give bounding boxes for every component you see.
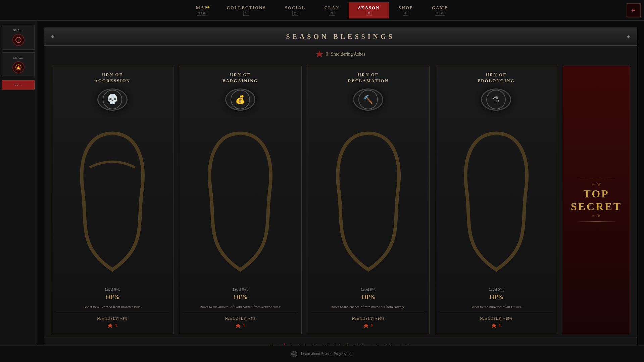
card-bargaining-title: URN OF BARGAINING [222, 72, 258, 84]
panel-header: ◆ SEASON BLESSINGS ◆ [44, 28, 637, 46]
clan-label: CLAN [325, 5, 340, 10]
season-label: SEASON [358, 5, 380, 10]
card-bargaining-level: Level 0/4: [233, 287, 248, 291]
map-label: MAP [196, 5, 208, 10]
blessing-cards-container: URN OF AGGRESSION 💀 Level 0/4: [44, 63, 637, 338]
svg-text:⚔: ⚔ [17, 38, 20, 42]
card-prolonging-level: Level 0/4: [489, 287, 504, 291]
card-prolonging-bonus: +0% [489, 293, 504, 301]
bargaining-vase-graphic [183, 116, 297, 287]
card-aggression-title: URN OF AGGRESSION [94, 72, 130, 84]
help-circle-button[interactable]: ? [291, 351, 297, 357]
card-reclamation-bonus: +0% [360, 293, 376, 301]
nav-game[interactable]: GAME ESC [423, 2, 457, 18]
season-key: U [366, 11, 372, 16]
header-diamond-right: ◆ [627, 34, 630, 39]
ts-line-top [576, 179, 616, 179]
card-prolonging-description: Boost to the duration of all Elixirs. [469, 304, 523, 310]
ashes-label: Smoldering Ashes [331, 52, 365, 57]
sidebar-sea2-label: SEA... [13, 56, 23, 59]
card-aggression-bonus: +0% [105, 293, 120, 301]
ash-icon-prolonging [491, 323, 497, 328]
back-icon: ↵ [631, 7, 636, 14]
sidebar-sea1-label: SEA... [13, 28, 23, 32]
ashes-count-row: 0 Smoldering Ashes [44, 46, 637, 63]
ash-icon-bargaining [235, 323, 241, 328]
ts-decoration-top: ❧ ❦ [592, 182, 601, 187]
card-reclamation-level: Level 0/4: [361, 287, 376, 291]
card-aggression-level: Level 0/4: [105, 287, 120, 291]
top-secret-card[interactable]: ❧ ❦ TOP SECRET ❧ ❦ [563, 66, 630, 334]
reclamation-icon-svg: 🔨 [358, 89, 378, 110]
card-bargaining-icon-container: 💰 [225, 88, 255, 111]
ash-icon-reclamation [363, 323, 369, 328]
svg-text:⚗: ⚗ [492, 95, 500, 104]
game-label: GAME [432, 5, 448, 10]
card-bargaining-description: Boost to the amount of Gold earned from … [198, 304, 282, 310]
sidebar-item-sea2[interactable]: SEA... 🔥 [2, 52, 35, 77]
card-bargaining-cost: 1 [235, 323, 245, 328]
ash-icon-aggression [107, 323, 113, 328]
sidebar-sea2-icon: 🔥 [12, 61, 24, 73]
ts-decoration-bottom: ❧ ❦ [592, 213, 601, 219]
svg-text:🔨: 🔨 [363, 95, 373, 104]
aggression-icon-svg: 💀 [102, 89, 122, 110]
card-reclamation-cost: 1 [363, 323, 373, 328]
game-key: ESC [435, 11, 445, 16]
map-diamond: ◆ [207, 5, 210, 9]
blessing-card-aggression[interactable]: URN OF AGGRESSION 💀 Level 0/4: [51, 66, 174, 334]
shop-label: SHOP [398, 5, 413, 10]
ashes-number: 0 [326, 52, 328, 57]
ashes-icon [316, 51, 323, 58]
panel-title: SEASON BLESSINGS [286, 33, 395, 41]
sidebar-purchase-label: PU... [15, 83, 22, 86]
prolonging-icon-svg: ⚗ [486, 89, 506, 110]
card-prolonging-icon-container: ⚗ [481, 88, 511, 111]
header-diamond-left: ◆ [51, 34, 54, 39]
shop-key: P [403, 11, 409, 16]
blessing-card-bargaining[interactable]: URN OF BARGAINING 💰 Level 0/4: +0% [179, 66, 301, 334]
collections-key: Y [243, 11, 249, 16]
back-button[interactable]: ↵ [627, 3, 641, 17]
svg-text:💰: 💰 [235, 95, 245, 104]
card-aggression-icon-container: 💀 [97, 88, 128, 111]
card-bargaining-bonus: +0% [233, 293, 248, 301]
card-prolonging-divider [439, 313, 553, 313]
blessing-card-prolonging[interactable]: URN OF PROLONGING ⚗ Level 0/4: +0% [435, 66, 557, 334]
nav-map[interactable]: MAP ◆ TAB [187, 2, 217, 18]
left-sidebar: SEA... ⚔ SEA... 🔥 PU... [0, 21, 37, 362]
svg-text:💀: 💀 [106, 94, 118, 105]
sidebar-item-sea1[interactable]: SEA... ⚔ [2, 25, 35, 50]
prolonging-vase-graphic [439, 116, 553, 287]
card-bargaining-divider [183, 313, 297, 313]
learn-text[interactable]: Learn about Season Progression [301, 351, 352, 356]
top-navigation: MAP ◆ TAB COLLECTIONS Y SOCIAL O CLAN N … [0, 0, 644, 21]
card-reclamation-title: URN OF RECLAMATION [348, 72, 388, 84]
aggression-vase-graphic [55, 116, 169, 287]
season-panel: ◆ SEASON BLESSINGS ◆ 0 Smoldering Ashes … [44, 27, 637, 355]
map-key: TAB [197, 11, 207, 16]
nav-season[interactable]: SEASON U [349, 2, 389, 18]
card-bargaining-next: Next Lvl (1/4): +5% [225, 316, 255, 320]
top-secret-title: TOP SECRET [563, 187, 630, 213]
card-aggression-description: Boost to XP earned from monster kills. [82, 304, 143, 310]
sidebar-purchase-button[interactable]: PU... [2, 80, 35, 89]
card-prolonging-title: URN OF PROLONGING [478, 72, 514, 84]
content-area: ◆ SEASON BLESSINGS ◆ 0 Smoldering Ashes … [37, 21, 644, 362]
reclamation-vase-graphic [311, 116, 425, 287]
nav-shop[interactable]: SHOP P [389, 2, 422, 18]
card-aggression-next: Next Lvl (1/4): +3% [97, 316, 128, 320]
collections-label: COLLECTIONS [227, 5, 266, 10]
card-reclamation-next: Next Lvl (1/4): +10% [352, 316, 384, 320]
social-label: SOCIAL [285, 5, 306, 10]
social-key: O [292, 11, 298, 16]
nav-collections[interactable]: COLLECTIONS Y [217, 2, 275, 18]
nav-social[interactable]: SOCIAL O [276, 2, 315, 18]
card-reclamation-icon-container: 🔨 [353, 88, 383, 111]
clan-key: N [329, 11, 335, 16]
footer: ? Learn about Season Progression [0, 345, 644, 362]
nav-clan[interactable]: CLAN N [315, 2, 349, 18]
card-aggression-divider [55, 313, 169, 313]
bargaining-icon-svg: 💰 [230, 89, 250, 110]
blessing-card-reclamation[interactable]: URN OF RECLAMATION 🔨 Level 0/4: +0% [307, 66, 430, 334]
